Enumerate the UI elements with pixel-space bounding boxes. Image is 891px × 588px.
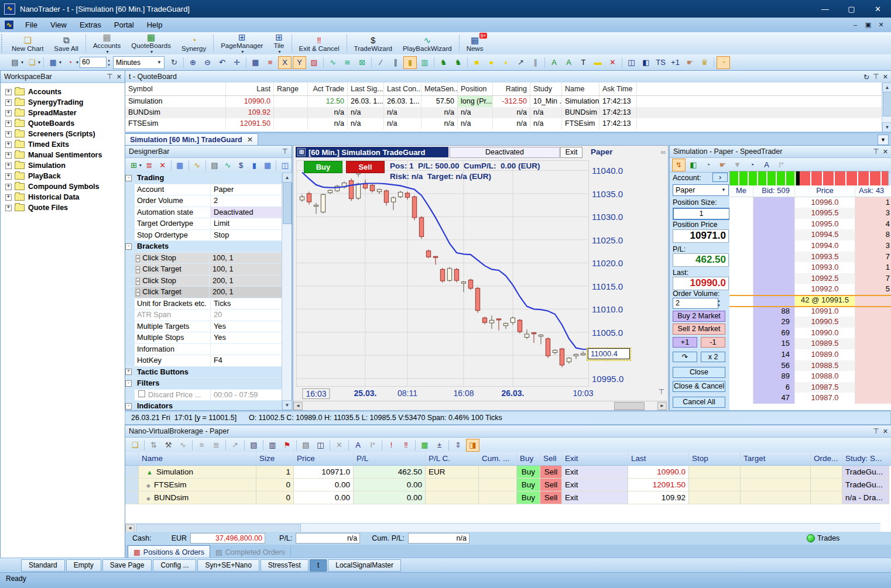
book-icon[interactable]: ◫ xyxy=(314,439,327,452)
sidebar-item-playback[interactable]: +PlayBack xyxy=(5,171,125,181)
menu-portal[interactable]: Portal xyxy=(108,19,140,31)
property-value[interactable]: Stop xyxy=(211,230,282,241)
ladder-row[interactable]: 10995.53 xyxy=(729,208,891,219)
property-row-unit-for-brackets-etc-[interactable]: Unit for Brackets etc.Ticks xyxy=(125,298,282,310)
new-chart-button[interactable]: ❏New Chart xyxy=(6,32,49,54)
price-ladder[interactable]: MeBid: 509PriceAsk: 4310996.0110995.5310… xyxy=(729,185,891,410)
depth-chart-icon[interactable]: ◧ xyxy=(687,159,700,171)
font-icon[interactable]: A xyxy=(351,439,365,452)
refresh-period-icon[interactable]: ↻ xyxy=(167,56,181,69)
property-row-trading[interactable]: -Trading xyxy=(125,173,282,184)
y-scale-icon[interactable]: Y xyxy=(293,56,306,69)
plus-one-button[interactable]: +1 xyxy=(673,337,697,348)
close-icon[interactable]: ✕ xyxy=(883,148,888,156)
ladder-row[interactable]: 5610988.5 xyxy=(729,360,891,372)
page-button-config-[interactable]: Config ... xyxy=(153,559,196,572)
ladder-row[interactable]: 8810991.0 xyxy=(729,306,891,317)
plus1-icon[interactable]: +1 xyxy=(669,56,682,69)
property-row-multiple-stops[interactable]: Multiple StopsYes xyxy=(125,332,282,344)
expand-icon[interactable]: + xyxy=(5,163,12,169)
column-header-price[interactable]: Price xyxy=(294,452,354,465)
chart-title[interactable]: ⊞[60 Min.] Simulation TradeGuard xyxy=(296,147,448,157)
buy-button[interactable]: Buy xyxy=(517,479,540,491)
expand-icon[interactable]: + xyxy=(5,205,12,211)
chart-scrollbar[interactable]: ◄► xyxy=(293,401,667,410)
exit-button[interactable]: Exit xyxy=(560,147,582,158)
expand-icon[interactable]: + xyxy=(136,266,140,273)
property-value[interactable]: Deactivated xyxy=(211,207,282,218)
close-icon[interactable]: ✕ xyxy=(116,73,122,81)
strategy-icon[interactable]: ♛ xyxy=(698,56,711,69)
collapse-icon[interactable]: - xyxy=(125,175,132,181)
trend-icon[interactable]: ↗ xyxy=(228,439,242,452)
position-size-input[interactable]: 1 xyxy=(673,208,730,220)
sell-market-button[interactable]: Sell 2 Market xyxy=(673,324,725,335)
minimize-button[interactable]: — xyxy=(812,5,838,13)
rows2-icon[interactable]: ≣ xyxy=(210,439,223,452)
period-icon[interactable]: ◔ xyxy=(63,56,77,69)
table-row[interactable]: BUNDsim109.92n/an/an/an/an/an/an/aBUNDsi… xyxy=(125,107,882,118)
sell-button[interactable]: Sell xyxy=(540,479,562,491)
x-scale-icon[interactable]: X xyxy=(278,56,292,69)
page-button-save-page[interactable]: Save Page xyxy=(102,559,152,572)
expand-icon[interactable]: + xyxy=(136,255,140,262)
plusminus-icon[interactable]: ± xyxy=(433,439,446,452)
pin-icon[interactable]: ⊤ xyxy=(873,427,879,435)
column-header-orde-[interactable]: Orde... xyxy=(811,452,842,465)
account-expand-button[interactable]: › xyxy=(712,173,728,182)
menu-extras[interactable]: Extras xyxy=(73,19,108,31)
property-row-discard-price-[interactable]: Discard Price ...00:00 - 07:59 xyxy=(125,390,282,401)
erase-icon[interactable]: ✕ xyxy=(606,56,619,69)
unit-select[interactable]: Minutes▼ xyxy=(113,56,165,69)
sidebar-item-compound-symbols[interactable]: +Compound Symbols xyxy=(5,181,125,192)
shift-chart-icon[interactable]: ▨ xyxy=(307,56,321,69)
tab-completed-orders[interactable]: ▤Completed Orders xyxy=(210,546,291,558)
abc-up-icon[interactable]: A xyxy=(547,56,561,69)
depth-icon[interactable]: ◧ xyxy=(639,56,653,69)
sidebar-item-synergytrading[interactable]: +SynergyTrading xyxy=(5,97,125,108)
save-icon[interactable]: ▤ xyxy=(8,56,22,69)
column-header-symbol[interactable]: Symbol xyxy=(125,82,226,95)
ladder-row[interactable]: 10994.58 xyxy=(729,229,891,240)
pagemanager-button[interactable]: ⊞PageManager ▾ xyxy=(215,32,268,54)
knight1-icon[interactable]: ♞ xyxy=(437,56,450,69)
indicator1-icon[interactable]: ∿ xyxy=(326,56,340,69)
tools-icon[interactable]: ⚒ xyxy=(162,439,175,452)
column-header-last-con-[interactable]: Last Con... xyxy=(384,82,421,95)
split-icon[interactable]: ⇕ xyxy=(451,439,465,452)
chart-icon[interactable]: ∿ xyxy=(176,439,190,452)
synergy-button[interactable]: ◔Synergy xyxy=(176,32,211,54)
property-row-account[interactable]: AccountPaper xyxy=(125,184,282,196)
tradewizard-button[interactable]: $TradeWizard xyxy=(349,32,397,54)
abc-down-icon[interactable]: A xyxy=(562,56,575,69)
expand-icon[interactable]: + xyxy=(5,89,12,95)
pin-icon[interactable]: ⊤ xyxy=(873,73,879,81)
column-header-target[interactable]: Target xyxy=(741,452,811,465)
info-chart-icon[interactable]: ▦ xyxy=(249,56,262,69)
property-row-click-stop[interactable]: +Click Stop100, 1 xyxy=(125,253,282,264)
auto-trade-icon[interactable]: ↯ xyxy=(672,159,686,171)
table2-icon[interactable]: ◫ xyxy=(279,159,291,172)
undo-icon[interactable]: ↶ xyxy=(215,56,229,69)
ladder-row[interactable]: 1410989.0 xyxy=(729,349,891,360)
page-button-stresstest[interactable]: StressTest xyxy=(261,559,309,572)
expand-icon[interactable]: + xyxy=(136,278,140,285)
buy-market-button[interactable]: Buy 2 Market xyxy=(673,311,725,322)
sell-button[interactable]: Sell xyxy=(540,466,562,479)
candle-style-icon[interactable]: ▮ xyxy=(403,56,417,69)
clock-icon[interactable]: ◔ xyxy=(745,159,759,171)
indicator3-icon[interactable]: ⊠ xyxy=(355,56,369,69)
print-icon[interactable]: ▤ xyxy=(208,159,221,172)
minus-one-button[interactable]: -1 xyxy=(701,337,725,348)
spread-row[interactable]: 42 @ 10991.5 xyxy=(729,295,891,306)
sidebar-item-quote-files[interactable]: +Quote Files xyxy=(5,202,125,213)
italic-icon[interactable]: I* xyxy=(366,439,379,452)
mini-chart-icon[interactable]: ▦ xyxy=(418,439,431,452)
property-row-tactic-buttons[interactable]: +Tactic Buttons xyxy=(125,367,282,379)
flag-icon[interactable]: ⚑ xyxy=(280,439,294,452)
cluster-style-icon[interactable]: ▥ xyxy=(418,56,431,69)
column-header-range[interactable]: Range xyxy=(274,82,308,95)
column-header-last[interactable]: Last xyxy=(226,82,274,95)
pin-icon[interactable]: ⊤ xyxy=(107,73,112,81)
report-icon[interactable]: ▤ xyxy=(247,439,261,452)
